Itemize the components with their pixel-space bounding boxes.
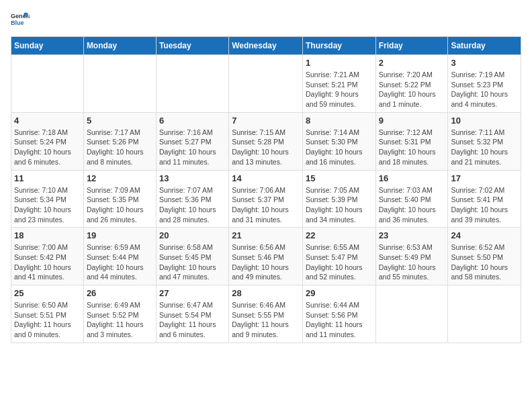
day-info: Sunrise: 7:00 AM Sunset: 5:42 PM Dayligh… [14, 242, 81, 282]
day-number: 16 [379, 173, 445, 183]
day-info: Sunrise: 7:06 AM Sunset: 5:37 PM Dayligh… [232, 185, 300, 225]
day-number: 5 [87, 116, 153, 126]
calendar-cell: 27Sunrise: 6:47 AM Sunset: 5:54 PM Dayli… [156, 285, 228, 343]
calendar-cell: 8Sunrise: 7:14 AM Sunset: 5:30 PM Daylig… [302, 112, 375, 170]
calendar-cell: 15Sunrise: 7:05 AM Sunset: 5:39 PM Dayli… [302, 170, 375, 228]
day-info: Sunrise: 6:53 AM Sunset: 5:49 PM Dayligh… [379, 242, 445, 282]
weekday-header: Tuesday [156, 37, 228, 55]
calendar-cell: 1Sunrise: 7:21 AM Sunset: 5:21 PM Daylig… [302, 55, 375, 113]
day-info: Sunrise: 7:12 AM Sunset: 5:31 PM Dayligh… [379, 128, 445, 167]
day-number: 1 [306, 58, 373, 68]
weekday-header: Sunday [11, 37, 84, 55]
day-info: Sunrise: 7:09 AM Sunset: 5:35 PM Dayligh… [87, 185, 153, 225]
day-number: 26 [87, 288, 153, 298]
day-number: 20 [159, 230, 226, 240]
calendar-week-row: 11Sunrise: 7:10 AM Sunset: 5:34 PM Dayli… [11, 170, 521, 228]
day-info: Sunrise: 7:10 AM Sunset: 5:34 PM Dayligh… [14, 185, 81, 225]
day-number: 23 [379, 230, 445, 240]
day-number: 21 [232, 230, 300, 240]
day-number: 28 [232, 288, 300, 298]
calendar-cell: 17Sunrise: 7:02 AM Sunset: 5:41 PM Dayli… [448, 170, 521, 228]
calendar-cell: 21Sunrise: 6:56 AM Sunset: 5:46 PM Dayli… [229, 228, 303, 285]
day-info: Sunrise: 7:16 AM Sunset: 5:27 PM Dayligh… [159, 128, 226, 167]
weekday-header: Wednesday [229, 37, 303, 55]
page-container: General Blue SundayMondayTuesdayWednesda… [11, 11, 521, 343]
day-number: 4 [14, 116, 81, 126]
calendar-cell [375, 285, 448, 343]
day-info: Sunrise: 6:52 AM Sunset: 5:50 PM Dayligh… [451, 242, 518, 282]
day-info: Sunrise: 7:02 AM Sunset: 5:41 PM Dayligh… [451, 185, 518, 225]
day-number: 8 [306, 116, 373, 126]
calendar-cell: 10Sunrise: 7:11 AM Sunset: 5:32 PM Dayli… [448, 112, 521, 170]
day-number: 17 [451, 173, 518, 183]
calendar-cell: 7Sunrise: 7:15 AM Sunset: 5:28 PM Daylig… [229, 112, 303, 170]
weekday-header: Monday [83, 37, 156, 55]
day-info: Sunrise: 6:50 AM Sunset: 5:51 PM Dayligh… [14, 300, 81, 340]
day-number: 18 [14, 230, 81, 240]
day-info: Sunrise: 7:18 AM Sunset: 5:24 PM Dayligh… [14, 128, 81, 167]
calendar-cell: 11Sunrise: 7:10 AM Sunset: 5:34 PM Dayli… [11, 170, 84, 228]
day-info: Sunrise: 7:17 AM Sunset: 5:26 PM Dayligh… [87, 128, 153, 167]
day-number: 6 [159, 116, 226, 126]
calendar-cell: 12Sunrise: 7:09 AM Sunset: 5:35 PM Dayli… [83, 170, 156, 228]
calendar-cell: 26Sunrise: 6:49 AM Sunset: 5:52 PM Dayli… [83, 285, 156, 343]
day-info: Sunrise: 6:59 AM Sunset: 5:44 PM Dayligh… [87, 242, 153, 282]
day-info: Sunrise: 6:44 AM Sunset: 5:56 PM Dayligh… [306, 300, 373, 340]
weekday-header: Thursday [302, 37, 375, 55]
calendar-table: SundayMondayTuesdayWednesdayThursdayFrid… [11, 36, 521, 343]
calendar-cell: 14Sunrise: 7:06 AM Sunset: 5:37 PM Dayli… [229, 170, 303, 228]
calendar-week-row: 25Sunrise: 6:50 AM Sunset: 5:51 PM Dayli… [11, 285, 521, 343]
day-number: 10 [451, 116, 518, 126]
calendar-cell: 9Sunrise: 7:12 AM Sunset: 5:31 PM Daylig… [375, 112, 448, 170]
day-number: 11 [14, 173, 81, 183]
day-number: 13 [159, 173, 226, 183]
day-info: Sunrise: 7:19 AM Sunset: 5:23 PM Dayligh… [451, 70, 518, 109]
weekday-header: Saturday [448, 37, 521, 55]
logo-icon: General Blue [11, 11, 30, 30]
calendar-cell: 23Sunrise: 6:53 AM Sunset: 5:49 PM Dayli… [375, 228, 448, 285]
day-info: Sunrise: 6:46 AM Sunset: 5:55 PM Dayligh… [232, 300, 300, 340]
day-info: Sunrise: 7:15 AM Sunset: 5:28 PM Dayligh… [232, 128, 300, 167]
calendar-week-row: 18Sunrise: 7:00 AM Sunset: 5:42 PM Dayli… [11, 228, 521, 285]
day-info: Sunrise: 6:56 AM Sunset: 5:46 PM Dayligh… [232, 242, 300, 282]
day-info: Sunrise: 7:11 AM Sunset: 5:32 PM Dayligh… [451, 128, 518, 167]
day-number: 22 [306, 230, 373, 240]
calendar-cell: 3Sunrise: 7:19 AM Sunset: 5:23 PM Daylig… [448, 55, 521, 113]
weekday-header: Friday [375, 37, 448, 55]
calendar-week-row: 1Sunrise: 7:21 AM Sunset: 5:21 PM Daylig… [11, 55, 521, 113]
calendar-cell: 28Sunrise: 6:46 AM Sunset: 5:55 PM Dayli… [229, 285, 303, 343]
day-info: Sunrise: 7:07 AM Sunset: 5:36 PM Dayligh… [159, 185, 226, 225]
day-number: 3 [451, 58, 518, 68]
calendar-cell: 19Sunrise: 6:59 AM Sunset: 5:44 PM Dayli… [83, 228, 156, 285]
calendar-cell [83, 55, 156, 113]
calendar-cell: 22Sunrise: 6:55 AM Sunset: 5:47 PM Dayli… [302, 228, 375, 285]
day-info: Sunrise: 7:03 AM Sunset: 5:40 PM Dayligh… [379, 185, 445, 225]
calendar-cell: 6Sunrise: 7:16 AM Sunset: 5:27 PM Daylig… [156, 112, 228, 170]
day-number: 15 [306, 173, 373, 183]
calendar-header-row: SundayMondayTuesdayWednesdayThursdayFrid… [11, 37, 521, 55]
day-info: Sunrise: 7:14 AM Sunset: 5:30 PM Dayligh… [306, 128, 373, 167]
calendar-cell [229, 55, 303, 113]
calendar-cell: 4Sunrise: 7:18 AM Sunset: 5:24 PM Daylig… [11, 112, 84, 170]
day-info: Sunrise: 7:21 AM Sunset: 5:21 PM Dayligh… [306, 70, 373, 109]
day-number: 24 [451, 230, 518, 240]
calendar-cell: 2Sunrise: 7:20 AM Sunset: 5:22 PM Daylig… [375, 55, 448, 113]
logo: General Blue [11, 11, 30, 30]
day-info: Sunrise: 6:58 AM Sunset: 5:45 PM Dayligh… [159, 242, 226, 282]
calendar-cell: 18Sunrise: 7:00 AM Sunset: 5:42 PM Dayli… [11, 228, 84, 285]
calendar-cell: 5Sunrise: 7:17 AM Sunset: 5:26 PM Daylig… [83, 112, 156, 170]
day-number: 9 [379, 116, 445, 126]
calendar-cell [156, 55, 228, 113]
day-number: 2 [379, 58, 445, 68]
calendar-cell: 20Sunrise: 6:58 AM Sunset: 5:45 PM Dayli… [156, 228, 228, 285]
calendar-cell: 13Sunrise: 7:07 AM Sunset: 5:36 PM Dayli… [156, 170, 228, 228]
header: General Blue [11, 11, 521, 30]
day-number: 19 [87, 230, 153, 240]
day-info: Sunrise: 7:05 AM Sunset: 5:39 PM Dayligh… [306, 185, 373, 225]
day-number: 14 [232, 173, 300, 183]
calendar-cell [11, 55, 84, 113]
calendar-week-row: 4Sunrise: 7:18 AM Sunset: 5:24 PM Daylig… [11, 112, 521, 170]
calendar-cell: 29Sunrise: 6:44 AM Sunset: 5:56 PM Dayli… [302, 285, 375, 343]
day-number: 29 [306, 288, 373, 298]
day-number: 7 [232, 116, 300, 126]
